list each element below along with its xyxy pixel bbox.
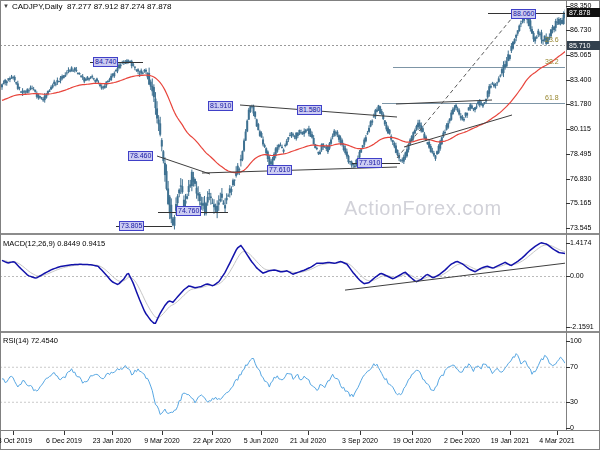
price-axis-label: 80.115	[570, 125, 591, 132]
fib-level-label: 23.6	[545, 36, 559, 43]
price-level-box[interactable]: 74.760	[176, 206, 201, 216]
price-level-box[interactable]: 84.740	[93, 57, 118, 67]
symbol-dropdown-icon[interactable]: ▼	[3, 3, 9, 9]
rsi-axis-label: 100	[570, 337, 582, 344]
time-axis-label: 19 Oct 2020	[390, 437, 434, 444]
rsi-axis-label: 30	[570, 398, 578, 405]
price-axis-label: 86.730	[570, 26, 591, 33]
price-level-box[interactable]: 77.610	[267, 165, 292, 175]
macd-axis-label: 0.00	[570, 272, 584, 279]
symbol-timeframe-label: CADJPY,Daily	[12, 2, 63, 11]
rsi-indicator-label: RSI(14) 72.4540	[3, 336, 58, 345]
current-price-tag: 85.710	[567, 41, 600, 50]
price-axis-label: 75.165	[570, 199, 591, 206]
chart-title-bar: ▼CADJPY,Daily 87.277 87.912 87.274 87.87…	[3, 2, 172, 11]
price-level-box[interactable]: 88.060	[511, 9, 536, 19]
price-axis-label: 81.780	[570, 100, 591, 107]
time-axis-label: 6 Dec 2019	[42, 437, 86, 444]
macd-axis-label: -2.1591	[570, 323, 594, 330]
time-axis-label: 19 Jan 2021	[488, 437, 532, 444]
price-axis-label: 76.830	[570, 175, 591, 182]
price-level-box[interactable]: 73.805	[119, 221, 144, 231]
time-axis-label: 5 Jun 2020	[239, 437, 283, 444]
time-axis-label: 2 Dec 2020	[440, 437, 484, 444]
price-axis-label: 83.400	[570, 76, 591, 83]
price-axis-label: 78.495	[570, 150, 591, 157]
rsi-axis-label: 0	[570, 424, 574, 431]
time-axis-label: 23 Jan 2020	[90, 437, 134, 444]
time-axis-label: 4 Mar 2021	[535, 437, 579, 444]
time-axis-label: 22 Apr 2020	[190, 437, 234, 444]
fib-level-label: 38.2	[545, 58, 559, 65]
macd-axis-label: 1.4174	[570, 239, 591, 246]
time-axis-label: 23 Oct 2019	[0, 437, 35, 444]
ohlc-values: 87.277 87.912 87.274 87.878	[67, 2, 172, 11]
current-price-tag: 87.878	[567, 8, 600, 17]
time-axis-label: 3 Sep 2020	[338, 437, 382, 444]
price-chart-canvas[interactable]	[0, 0, 600, 450]
price-axis-label: 85.065	[570, 51, 591, 58]
price-level-box[interactable]: 81.580	[297, 105, 322, 115]
price-axis-label: 73.545	[570, 224, 591, 231]
actionforex-watermark: ActionForex.com	[344, 197, 502, 220]
price-level-box[interactable]: 78.460	[128, 151, 153, 161]
price-level-box[interactable]: 81.910	[208, 101, 233, 111]
fib-level-label: 61.8	[545, 94, 559, 101]
rsi-axis-label: 70	[570, 363, 578, 370]
macd-indicator-label: MACD(12,26,9) 0.8449 0.9415	[3, 239, 105, 248]
time-axis-label: 9 Mar 2020	[140, 437, 184, 444]
price-level-box[interactable]: 77.910	[357, 158, 382, 168]
chart-window: ▼CADJPY,Daily 87.277 87.912 87.274 87.87…	[0, 0, 600, 450]
time-axis-label: 21 Jul 2020	[286, 437, 330, 444]
